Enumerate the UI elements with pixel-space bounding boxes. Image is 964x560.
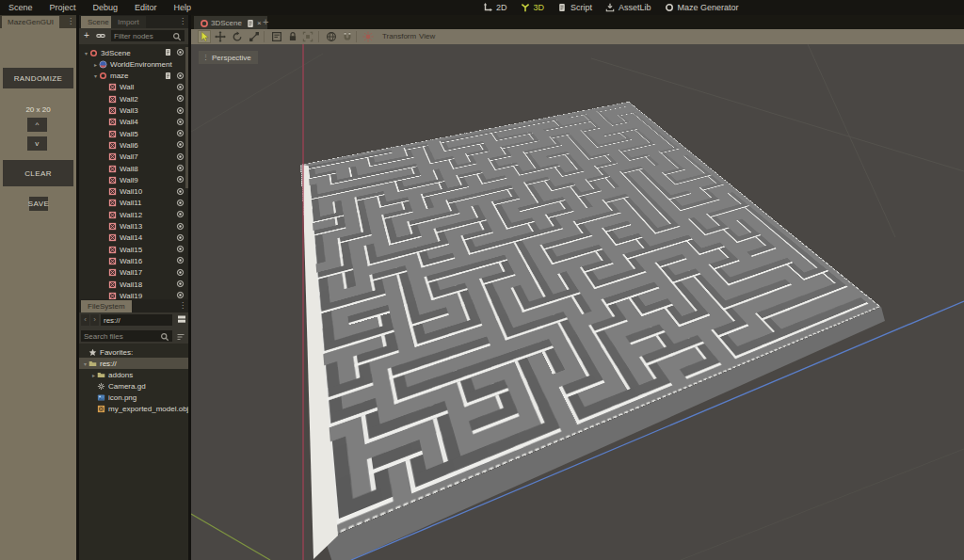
scene-tree-row-wall13[interactable]: Wall13 [79, 221, 188, 232]
visibility-eye-icon[interactable] [176, 118, 185, 126]
instance-scene-icon[interactable] [96, 31, 105, 40]
tab-import[interactable]: Import [111, 16, 146, 28]
dock-menu-icon[interactable]: ⋮ [179, 301, 186, 311]
3d-viewport[interactable]: ⋮ Perspective [191, 44, 964, 560]
scene-tree-row-wall[interactable]: Wall [79, 82, 188, 93]
search-files-input[interactable] [81, 330, 172, 342]
scene-tab-3dscene[interactable]: 3DScene × [194, 16, 267, 29]
tool-rotate-icon[interactable] [232, 31, 243, 42]
script-icon[interactable] [164, 72, 172, 80]
chevron-right-icon[interactable]: ▸ [92, 61, 99, 68]
tool-list-select-icon[interactable] [271, 31, 282, 42]
script-icon[interactable] [246, 19, 253, 26]
scene-tree-row-worldenvironment[interactable]: ▸WorldEnvironment [79, 58, 188, 70]
main-screen-button-script[interactable]: Script [557, 3, 592, 12]
visibility-eye-icon[interactable] [176, 94, 185, 103]
file-row-icon-png[interactable]: icon.png [79, 392, 188, 403]
scene-tree-row-wall17[interactable]: Wall17 [79, 267, 188, 279]
chevron-down-icon[interactable]: ▾ [83, 50, 89, 56]
file-row-res-[interactable]: ▾res:// [79, 358, 188, 369]
visibility-eye-icon[interactable] [176, 129, 185, 137]
dock-menu-icon[interactable]: ⋮ [67, 17, 74, 26]
new-scene-tab-button[interactable]: + [263, 15, 268, 29]
visibility-eye-icon[interactable] [176, 280, 185, 288]
scene-tree-row-wall9[interactable]: Wall9 [79, 174, 188, 185]
clear-button[interactable]: CLEAR [3, 160, 73, 186]
visibility-eye-icon[interactable] [176, 256, 185, 264]
visibility-eye-icon[interactable] [176, 199, 185, 207]
visibility-eye-icon[interactable] [176, 48, 185, 56]
scene-tree-row-wall6[interactable]: Wall6 [79, 139, 188, 151]
visibility-eye-icon[interactable] [176, 83, 185, 91]
file-row-favorites-[interactable]: Favorites: [79, 346, 188, 358]
tab-filesystem[interactable]: FileSystem [81, 300, 132, 312]
path-field[interactable] [101, 314, 172, 326]
history-forward-icon[interactable]: › [90, 314, 99, 326]
chevron-right-icon[interactable]: ▸ [90, 372, 97, 378]
script-icon[interactable] [164, 48, 172, 56]
scene-tree-row-wall3[interactable]: Wall3 [79, 105, 188, 117]
visibility-eye-icon[interactable] [176, 140, 185, 149]
size-down-button[interactable]: v [27, 136, 47, 151]
tool-group-icon[interactable] [302, 31, 313, 42]
tool-snap-icon[interactable] [342, 31, 353, 42]
menu-help[interactable]: Help [166, 0, 201, 15]
menu-transform[interactable]: Transform [382, 29, 416, 44]
main-screen-button-maze-generator[interactable]: Maze Generator [665, 3, 739, 12]
split-mode-toggle-icon[interactable] [177, 314, 186, 324]
file-row-addons[interactable]: ▸addons [79, 369, 188, 380]
dock-menu-icon[interactable]: ⋮ [179, 17, 186, 26]
visibility-eye-icon[interactable] [176, 72, 185, 80]
visibility-eye-icon[interactable] [176, 291, 185, 299]
menu-view[interactable]: View [419, 29, 435, 44]
visibility-eye-icon[interactable] [176, 152, 185, 161]
tab-mazegengui[interactable]: MazeGenGUI [2, 16, 59, 28]
tool-move-icon[interactable] [215, 31, 226, 42]
scene-tree-row-wall19[interactable]: Wall19 [79, 290, 188, 299]
perspective-menu-button[interactable]: ⋮ Perspective [199, 51, 258, 64]
chevron-down-icon[interactable]: ▾ [92, 72, 99, 79]
add-node-icon[interactable]: + [84, 30, 89, 40]
menu-debug[interactable]: Debug [85, 0, 127, 15]
visibility-eye-icon[interactable] [176, 245, 185, 253]
file-row-camera-gd[interactable]: Camera.gd [79, 380, 188, 392]
scene-tree-row-wall14[interactable]: Wall14 [79, 232, 188, 244]
close-tab-icon[interactable]: × [257, 19, 262, 27]
visibility-eye-icon[interactable] [176, 164, 185, 172]
history-back-icon[interactable]: ‹ [81, 314, 89, 326]
tool-scale-icon[interactable] [249, 31, 260, 42]
scene-tree-row-wall2[interactable]: Wall2 [79, 93, 188, 104]
visibility-eye-icon[interactable] [176, 175, 185, 184]
scene-tree-row-wall4[interactable]: Wall4 [79, 117, 188, 128]
tool-sun-icon[interactable] [362, 31, 374, 42]
save-button[interactable]: SAVE [29, 197, 48, 211]
visibility-eye-icon[interactable] [176, 187, 185, 196]
file-row-my-exported-model-obj[interactable]: my_exported_model.obj [79, 403, 188, 414]
scene-tree-row-wall12[interactable]: Wall12 [79, 209, 188, 220]
chevron-down-icon[interactable]: ▾ [82, 360, 88, 367]
main-screen-button-assetlib[interactable]: AssetLib [605, 3, 651, 12]
scene-tree-row-wall8[interactable]: Wall8 [79, 163, 188, 174]
menu-project[interactable]: Project [41, 0, 85, 15]
main-screen-button-3d[interactable]: 3D [521, 3, 545, 12]
visibility-eye-icon[interactable] [176, 106, 185, 115]
randomize-button[interactable]: RANDOMIZE [3, 68, 73, 88]
scene-tree-row-wall16[interactable]: Wall16 [79, 255, 188, 266]
visibility-eye-icon[interactable] [176, 233, 185, 242]
scene-tree-row-wall10[interactable]: Wall10 [79, 186, 188, 198]
scene-tree-row-wall18[interactable]: Wall18 [79, 279, 188, 290]
menu-scene[interactable]: Scene [0, 0, 41, 15]
size-up-button[interactable]: ^ [27, 118, 47, 132]
tool-select-icon[interactable] [199, 31, 210, 42]
scene-tree-row-maze[interactable]: ▾maze [79, 71, 188, 82]
scene-tree-row-wall15[interactable]: Wall15 [79, 244, 188, 255]
visibility-eye-icon[interactable] [176, 210, 185, 218]
file-sort-icon[interactable] [176, 332, 185, 342]
visibility-eye-icon[interactable] [176, 268, 185, 277]
scene-tree-row-wall5[interactable]: Wall5 [79, 128, 188, 139]
visibility-eye-icon[interactable] [176, 222, 185, 231]
menu-editor[interactable]: Editor [126, 0, 166, 15]
tool-local-space-icon[interactable] [326, 31, 337, 42]
scene-tree-row-wall7[interactable]: Wall7 [79, 152, 188, 163]
scene-tree-row-3dscene[interactable]: ▾3dScene [79, 47, 188, 58]
